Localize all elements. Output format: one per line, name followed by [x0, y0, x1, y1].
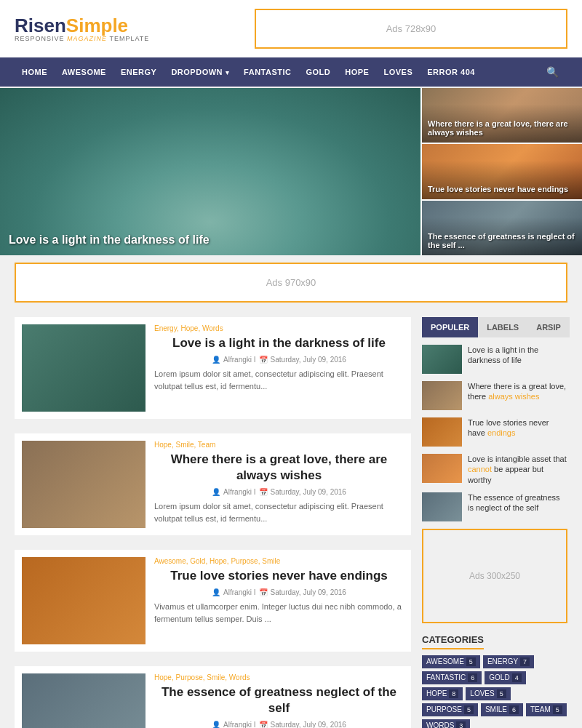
search-icon[interactable]: 🔍	[538, 57, 567, 87]
article-meta-4: 👤 Alfrangki I 📅 Saturday, July 09, 2016	[154, 721, 404, 728]
cat-gold[interactable]: GOLD 4	[485, 671, 525, 684]
hero-side-title-3: The essence of greatness is neglect of t…	[428, 232, 576, 249]
nav-fantastic[interactable]: FANTASTIC	[236, 59, 298, 85]
sidebar-item-title-1[interactable]: Love is a light in the darkness of life	[468, 345, 567, 366]
article-title-2[interactable]: Where there is a great love, there are a…	[154, 452, 404, 484]
logo-subtitle: RESPONSIVE MAGAZINE TEMPLATE	[15, 35, 149, 42]
cat-hope[interactable]: HOPE 8	[422, 687, 463, 700]
sidebar-item-title-5[interactable]: The essence of greatness is neglect of t…	[468, 492, 567, 513]
sidebar-popular-item-2: Where there is a great love, there alway…	[422, 381, 567, 410]
content-area: Energy, Hope, Words Love is a light in t…	[0, 310, 582, 728]
article-categories-1: Energy, Hope, Words	[154, 324, 404, 332]
nav-loves[interactable]: LOVES	[376, 59, 420, 85]
sidebar-item-title-2[interactable]: Where there is a great love, there alway…	[468, 381, 567, 402]
article-image-3	[22, 557, 146, 644]
logo-simple: Simple	[66, 15, 128, 36]
sidebar-thumb-5	[422, 492, 462, 521]
article-thumb-3[interactable]	[22, 557, 146, 644]
ads-970-banner: Ads 970x90	[15, 263, 567, 303]
ads-top-text: Ads 728x90	[386, 23, 436, 34]
sidebar-popular-item-3: True love stories never have endings	[422, 417, 567, 447]
article-card-4: Hope, Purpose, Smile, Words The essence …	[15, 666, 411, 728]
ads-300-banner: Ads 300x250	[422, 529, 567, 623]
article-excerpt-2: Lorem ipsum dolor sit amet, consectetur …	[154, 500, 404, 524]
cat-words[interactable]: WORDS 3	[422, 719, 470, 728]
article-author-4: Alfrangki I	[223, 721, 255, 728]
hero-side-title-1: Where there is a great love, there are a…	[428, 119, 576, 137]
calendar-icon-4: 📅	[259, 721, 268, 728]
article-info-4: Hope, Purpose, Smile, Words The essence …	[154, 673, 404, 728]
cat-fantastic[interactable]: FANTASTIC 6	[422, 671, 482, 684]
nav-dropdown[interactable]: DROPDOWN ▾	[164, 59, 236, 85]
author-icon-2: 👤	[212, 488, 220, 496]
author-icon-4: 👤	[212, 721, 220, 728]
ads-970-text: Ads 970x90	[266, 277, 316, 288]
author-icon-1: 👤	[212, 356, 220, 364]
logo-risen: Risen	[15, 15, 66, 36]
nav-hope[interactable]: HOPE	[338, 59, 376, 85]
article-meta-2: 👤 Alfrangki I 📅 Saturday, July 09, 2016	[154, 488, 404, 496]
article-thumb-2[interactable]	[22, 441, 146, 528]
calendar-icon-1: 📅	[259, 356, 268, 364]
categories-tags: AWESOME 5 ENERGY 7 FANTASTIC 6 GOLD 4 HO…	[422, 655, 567, 728]
sidebar-thumb-1	[422, 345, 462, 374]
article-image-1	[22, 324, 146, 412]
article-author-3: Alfrangki I	[223, 588, 255, 596]
article-card-1: Energy, Hope, Words Love is a light in t…	[15, 317, 411, 419]
hero-main-title: Love is a light in the darkness of life	[9, 233, 412, 247]
ads-300-text: Ads 300x250	[469, 571, 520, 581]
nav-gold[interactable]: GOLD	[299, 59, 338, 85]
article-info-2: Hope, Smile, Team Where there is a great…	[154, 441, 404, 528]
article-thumb-1[interactable]	[22, 324, 146, 412]
sidebar-thumb-4	[422, 454, 462, 483]
article-title-3[interactable]: True love stories never have endings	[154, 568, 404, 584]
hero-side-item-1[interactable]: Where there is a great love, there are a…	[422, 88, 582, 143]
article-meta-1: 👤 Alfrangki I 📅 Saturday, July 09, 2016	[154, 356, 404, 364]
article-date-1: Saturday, July 09, 2016	[271, 356, 346, 364]
cat-energy[interactable]: ENERGY 7	[483, 655, 534, 668]
nav-energy[interactable]: ENERGY	[113, 59, 164, 85]
article-title-4[interactable]: The essence of greatness neglect of the …	[154, 684, 404, 716]
logo[interactable]: RisenSimple RESPONSIVE MAGAZINE TEMPLATE	[15, 16, 149, 42]
tab-arsip[interactable]: ARSIP	[527, 317, 570, 337]
cat-loves[interactable]: LOVES 5	[466, 687, 510, 700]
article-excerpt-3: Vivamus et ullamcorper enim. Integer luc…	[154, 601, 404, 625]
categories-section: CATEGORIES AWESOME 5 ENERGY 7 FANTASTIC …	[422, 634, 567, 728]
hero-section: Love is a light in the darkness of life …	[0, 88, 582, 255]
sidebar-item-title-4[interactable]: Love is intangible asset that cannot be …	[468, 454, 567, 485]
categories-title: CATEGORIES	[422, 634, 484, 649]
article-card-2: Hope, Smile, Team Where there is a great…	[15, 433, 411, 535]
article-categories-3: Awesome, Gold, Hope, Purpose, Smile	[154, 557, 404, 565]
cat-purpose[interactable]: PURPOSE 5	[422, 703, 478, 716]
article-title-1[interactable]: Love is a light in the darkness of life	[154, 335, 404, 351]
articles-list: Energy, Hope, Words Love is a light in t…	[15, 317, 411, 728]
hero-main-article[interactable]: Love is a light in the darkness of life	[0, 88, 420, 255]
nav-home[interactable]: HOME	[15, 59, 55, 85]
sidebar-popular-item-1: Love is a light in the darkness of life	[422, 345, 567, 374]
hero-side-title-2: True love stories never have endings	[428, 185, 576, 193]
header: RisenSimple RESPONSIVE MAGAZINE TEMPLATE…	[0, 0, 582, 57]
article-image-2	[22, 441, 146, 528]
cat-smile[interactable]: SMILE 6	[481, 703, 523, 716]
article-info-1: Energy, Hope, Words Love is a light in t…	[154, 324, 404, 412]
calendar-icon-3: 📅	[259, 588, 268, 596]
nav-error404[interactable]: ERROR 404	[420, 59, 482, 85]
hero-side-articles: Where there is a great love, there are a…	[422, 88, 582, 255]
sidebar-thumb-2	[422, 381, 462, 410]
calendar-icon-2: 📅	[259, 488, 268, 496]
tab-populer[interactable]: POPULER	[422, 317, 478, 337]
hero-side-item-2[interactable]: True love stories never have endings	[422, 144, 582, 199]
hero-side-item-3[interactable]: The essence of greatness is neglect of t…	[422, 201, 582, 255]
nav-awesome[interactable]: AWESOME	[55, 59, 113, 85]
navigation: HOME AWESOME ENERGY DROPDOWN ▾ FANTASTIC…	[0, 57, 582, 87]
sidebar-tabs: POPULER LABELS ARSIP	[422, 317, 567, 337]
article-info-3: Awesome, Gold, Hope, Purpose, Smile True…	[154, 557, 404, 644]
sidebar-popular-item-4: Love is intangible asset that cannot be …	[422, 454, 567, 485]
tab-labels[interactable]: LABELS	[478, 317, 527, 337]
sidebar-thumb-3	[422, 417, 462, 447]
cat-team[interactable]: TEAM 5	[526, 703, 567, 716]
article-categories-2: Hope, Smile, Team	[154, 441, 404, 449]
sidebar-item-title-3[interactable]: True love stories never have endings	[468, 417, 567, 439]
cat-awesome[interactable]: AWESOME 5	[422, 655, 480, 668]
article-thumb-4[interactable]	[22, 673, 146, 728]
